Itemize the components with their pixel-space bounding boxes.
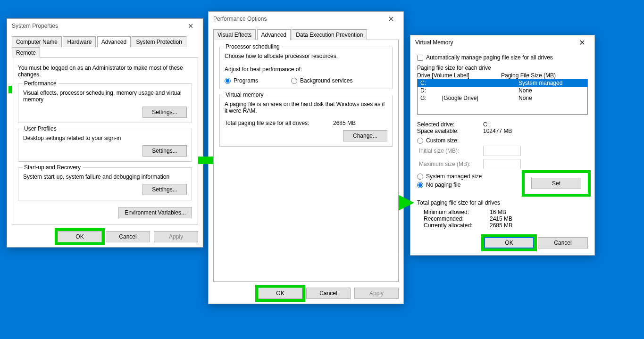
- close-button[interactable]: [181, 20, 200, 32]
- ok-button[interactable]: OK: [58, 231, 102, 242]
- radio-no-paging-file[interactable]: No paging file: [417, 182, 482, 188]
- apply-button[interactable]: Apply: [354, 288, 399, 299]
- drive-size: System managed: [519, 80, 585, 86]
- space-available-value: 102477 MB: [483, 128, 512, 134]
- system-properties-dialog: System Properties Computer Name Hardware…: [7, 18, 203, 248]
- tab-system-protection[interactable]: System Protection: [132, 36, 186, 47]
- dialog-title: System Properties: [12, 23, 58, 29]
- maximum-size-input[interactable]: [483, 159, 521, 169]
- user-profiles-desc: Desktop settings related to your sign-in: [23, 135, 187, 141]
- auto-manage-label: Automatically manage paging file size fo…: [426, 54, 553, 61]
- hdr-drive: Drive [Volume Label]: [417, 72, 501, 79]
- performance-group: Performance Visual effects, processor sc…: [18, 83, 192, 123]
- maximum-size-label: Maximum size (MB):: [419, 161, 478, 167]
- currently-allocated-value: 2685 MB: [490, 222, 512, 229]
- drive-row[interactable]: G: [Google Drive] None: [418, 94, 587, 102]
- drive-label: [442, 87, 519, 94]
- tab-panel-advanced: Processor scheduling Choose how to alloc…: [213, 40, 399, 282]
- performance-options-dialog: Performance Options Visual Effects Advan…: [208, 11, 404, 304]
- tab-visual-effects[interactable]: Visual Effects: [213, 29, 256, 40]
- recommended-label: Recommended:: [424, 215, 490, 222]
- drive-letter: C:: [420, 80, 442, 86]
- startup-legend: Start-up and Recovery: [22, 164, 83, 171]
- dialog-title: Virtual Memory: [415, 39, 453, 46]
- vm-total-label: Total paging file size for all drives:: [225, 120, 333, 126]
- cancel-button[interactable]: Cancel: [306, 288, 351, 299]
- drive-letter: G:: [420, 95, 442, 101]
- system-managed-label: System managed size: [426, 173, 482, 180]
- drive-size: None: [519, 87, 585, 94]
- vm-desc: A paging file is an area on the hard dis…: [225, 101, 387, 114]
- drive-row[interactable]: D: None: [418, 87, 587, 94]
- drive-row[interactable]: C: System managed: [418, 79, 587, 87]
- set-button[interactable]: Set: [531, 178, 581, 189]
- proc-adjust: Adjust for best performance of:: [225, 66, 387, 73]
- processor-scheduling-group: Processor scheduling Choose how to alloc…: [219, 47, 393, 89]
- environment-variables-button[interactable]: Environment Variables...: [118, 207, 192, 218]
- drive-letter: D:: [420, 87, 442, 94]
- titlebar: Virtual Memory: [410, 35, 594, 50]
- radio-background-services[interactable]: Background services: [291, 77, 352, 84]
- virtual-memory-dialog: Virtual Memory Automatically manage pagi…: [410, 35, 595, 256]
- user-profiles-legend: User Profiles: [22, 125, 59, 132]
- titlebar: Performance Options: [209, 12, 403, 26]
- recommended-value: 2415 MB: [490, 215, 512, 222]
- drive-label: [Google Drive]: [442, 95, 519, 101]
- tab-advanced[interactable]: Advanced: [97, 36, 131, 47]
- tab-dep[interactable]: Data Execution Prevention: [292, 29, 367, 40]
- tab-remote[interactable]: Remote: [12, 47, 40, 58]
- radio-system-managed[interactable]: System managed size: [417, 173, 482, 180]
- vm-legend: Virtual memory: [224, 91, 265, 98]
- user-profiles-group: User Profiles Desktop settings related t…: [18, 129, 192, 162]
- drive-list[interactable]: C: System managed D: None G: [Google Dri…: [417, 79, 588, 115]
- dialog-title: Performance Options: [213, 16, 267, 22]
- titlebar: System Properties: [7, 19, 203, 33]
- hdr-size: Paging File Size (MB): [501, 72, 556, 79]
- initial-size-input[interactable]: [483, 146, 521, 156]
- no-paging-label: No paging file: [426, 182, 460, 188]
- close-button[interactable]: [573, 37, 592, 48]
- min-allowed-value: 16 MB: [490, 209, 506, 215]
- performance-desc: Visual effects, processor scheduling, me…: [23, 90, 187, 103]
- performance-settings-button[interactable]: Settings...: [142, 107, 187, 118]
- tab-computer-name[interactable]: Computer Name: [12, 36, 62, 47]
- startup-recovery-group: Start-up and Recovery System start-up, s…: [18, 167, 192, 200]
- startup-desc: System start-up, system failure and debu…: [23, 174, 187, 180]
- auto-manage-checkbox[interactable]: Automatically manage paging file size fo…: [417, 54, 588, 61]
- custom-size-label: Custom size:: [426, 137, 459, 144]
- ok-button[interactable]: OK: [258, 288, 302, 299]
- tab-panel-advanced: You must be logged on as an Administrato…: [12, 58, 198, 224]
- tabs: Visual Effects Advanced Data Execution P…: [213, 29, 399, 40]
- totals-header: Total paging file size for all drives: [417, 199, 588, 206]
- close-button[interactable]: [382, 13, 401, 25]
- radio-custom-size[interactable]: Custom size:: [417, 137, 588, 144]
- cancel-button[interactable]: Cancel: [106, 231, 150, 242]
- drive-list-header: Drive [Volume Label] Paging File Size (M…: [417, 72, 588, 79]
- radio-programs-label: Programs: [234, 77, 258, 84]
- initial-size-label: Initial size (MB):: [419, 148, 478, 154]
- performance-legend: Performance: [22, 80, 59, 87]
- proc-desc: Choose how to allocate processor resourc…: [225, 53, 387, 59]
- cancel-button[interactable]: Cancel: [538, 237, 588, 248]
- user-profiles-settings-button[interactable]: Settings...: [142, 145, 187, 157]
- selected-drive-label: Selected drive:: [417, 121, 483, 128]
- drive-size: None: [519, 95, 585, 101]
- currently-allocated-label: Currently allocated:: [424, 222, 490, 229]
- radio-programs[interactable]: Programs: [225, 77, 258, 84]
- admin-note: You must be logged on as an Administrato…: [18, 65, 192, 78]
- virtual-memory-group: Virtual memory A paging file is an area …: [219, 95, 393, 147]
- tab-hardware[interactable]: Hardware: [63, 36, 96, 47]
- selected-drive-value: C:: [483, 121, 489, 128]
- radio-bg-label: Background services: [300, 77, 352, 84]
- proc-legend: Processor scheduling: [224, 43, 282, 50]
- tab-advanced[interactable]: Advanced: [257, 29, 291, 40]
- tabs: Computer Name Hardware Advanced System P…: [12, 36, 198, 58]
- startup-settings-button[interactable]: Settings...: [142, 184, 187, 195]
- each-drive-label: Paging file size for each drive: [417, 65, 588, 71]
- drive-label: [442, 80, 519, 86]
- ok-button[interactable]: OK: [484, 237, 534, 248]
- apply-button[interactable]: Apply: [154, 231, 198, 242]
- vm-total-value: 2685 MB: [333, 120, 356, 126]
- vm-change-button[interactable]: Change...: [343, 130, 387, 141]
- space-available-label: Space available:: [417, 128, 483, 134]
